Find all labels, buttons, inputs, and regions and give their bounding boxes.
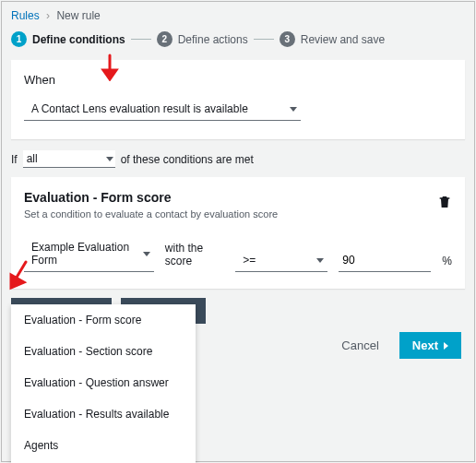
- when-card: When A Contact Lens evaluation result is…: [11, 60, 465, 139]
- callout-arrow-icon: [100, 53, 120, 81]
- evaluation-subtitle: Set a condition to evaluate a contact by…: [24, 208, 452, 220]
- step-1-number: 1: [11, 31, 27, 47]
- step-review-save[interactable]: 3 Review and save: [280, 31, 385, 47]
- breadcrumb: Rules › New rule: [2, 2, 474, 26]
- add-condition-menu: Evaluation - Form score Evaluation - Sec…: [11, 304, 196, 463]
- score-operator-value: >=: [243, 254, 256, 267]
- step-1-label: Define conditions: [32, 33, 125, 46]
- logic-if: If: [11, 153, 18, 166]
- cancel-button[interactable]: Cancel: [332, 332, 387, 359]
- percent-label: %: [442, 255, 452, 272]
- menu-item-results-available[interactable]: Evaluation - Results available: [11, 398, 196, 430]
- score-operator-select[interactable]: >=: [235, 249, 327, 272]
- footer-buttons: Cancel Next: [332, 332, 461, 359]
- caret-down-icon: [316, 258, 324, 263]
- callout-arrow-icon: [4, 260, 31, 291]
- logic-rest: of these conditions are met: [121, 153, 254, 166]
- menu-item-agents[interactable]: Agents: [11, 430, 196, 461]
- next-button[interactable]: Next: [399, 332, 461, 359]
- condition-row: Example Evaluation Form with the score >…: [24, 236, 452, 272]
- step-2-label: Define actions: [178, 33, 248, 46]
- caret-down-icon: [106, 157, 113, 161]
- breadcrumb-rules-link[interactable]: Rules: [11, 9, 40, 22]
- delete-condition-button[interactable]: [437, 194, 452, 213]
- with-the-score-label: with the score: [165, 242, 224, 272]
- when-trigger-value: A Contact Lens evaluation result is avai…: [31, 102, 248, 115]
- logic-row: If all of these conditions are met: [2, 148, 474, 177]
- caret-down-icon: [290, 107, 297, 112]
- step-divider: [131, 39, 151, 40]
- step-3-number: 3: [280, 31, 295, 47]
- step-define-actions[interactable]: 2 Define actions: [157, 31, 248, 47]
- caret-down-icon: [143, 252, 150, 256]
- evaluation-form-select[interactable]: Example Evaluation Form: [24, 236, 154, 272]
- evaluation-form-value: Example Evaluation Form: [31, 241, 136, 267]
- step-3-label: Review and save: [301, 33, 385, 46]
- evaluation-condition-card: Evaluation - Form score Set a condition …: [11, 177, 465, 289]
- evaluation-title: Evaluation - Form score: [24, 190, 452, 205]
- logic-mode-select[interactable]: all: [23, 150, 115, 168]
- breadcrumb-current: New rule: [56, 9, 100, 22]
- step-divider: [254, 39, 274, 40]
- when-label: When: [24, 73, 452, 87]
- menu-item-section-score[interactable]: Evaluation - Section score: [11, 336, 196, 367]
- when-trigger-select[interactable]: A Contact Lens evaluation result is avai…: [24, 98, 301, 121]
- next-label: Next: [412, 338, 438, 352]
- score-value-input[interactable]: [339, 249, 431, 272]
- stepper: 1 Define conditions 2 Define actions 3 R…: [2, 26, 474, 60]
- menu-item-question-answer[interactable]: Evaluation - Question answer: [11, 367, 196, 398]
- breadcrumb-separator: ›: [46, 9, 50, 22]
- step-2-number: 2: [157, 31, 173, 47]
- chevron-right-icon: [444, 342, 448, 350]
- menu-item-form-score[interactable]: Evaluation - Form score: [11, 304, 196, 336]
- trash-icon: [437, 194, 452, 210]
- logic-mode-value: all: [27, 152, 38, 165]
- step-define-conditions[interactable]: 1 Define conditions: [11, 31, 125, 47]
